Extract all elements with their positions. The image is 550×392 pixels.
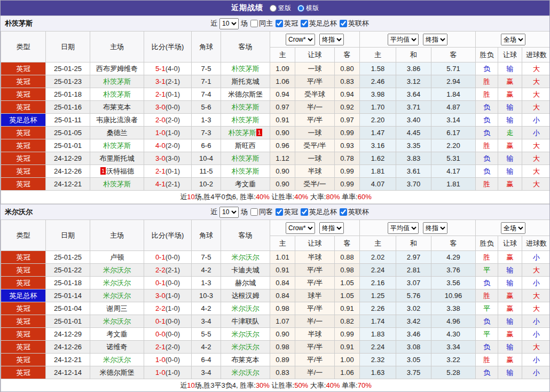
odds-source-select[interactable]: Crow*: [286, 222, 315, 234]
layout-radio-vertical[interactable]: 竖版: [270, 4, 291, 13]
odds-time-select[interactable]: 终指: [319, 34, 344, 45]
competition-checkbox-label[interactable]: 英冠: [275, 207, 298, 217]
recent-count-select[interactable]: 10: [219, 207, 239, 218]
match-row: 英冠25-01-01朴茨茅斯4-0(2-0)6-6斯旺西0.96受平/半0.93…: [1, 139, 550, 152]
avg-source-select[interactable]: 平均值: [388, 34, 419, 45]
competition-checkbox[interactable]: [340, 208, 347, 216]
odds-home: 0.91: [270, 264, 295, 277]
avg-home: 2.16: [360, 277, 396, 289]
recent-label: 近: [210, 19, 217, 28]
avg-away: 4.17: [431, 165, 476, 178]
odds-home: 0.96: [270, 139, 295, 152]
match-date: 25-01-04: [46, 302, 90, 315]
same-venue-checkbox[interactable]: [250, 208, 258, 216]
sub-col-header: 进球数: [522, 48, 550, 62]
avg-away: 3.22: [431, 354, 476, 366]
result-handicap: 输: [498, 62, 522, 75]
away-team: 达根汉姆: [221, 289, 270, 302]
competition-badge: 英足总杯: [1, 289, 46, 302]
avg-time-select[interactable]: 终指: [423, 34, 447, 45]
same-venue-checkbox[interactable]: [250, 20, 258, 27]
sub-col-header: 主: [270, 236, 295, 251]
score: 3-0(3-0): [144, 152, 192, 165]
competition-badge: 英冠: [1, 152, 46, 165]
avg-home: 3.98: [360, 88, 396, 101]
filter-controls: 近10场同主英冠英足总杯英联杯: [210, 18, 369, 29]
away-team: 米尔沃尔: [221, 341, 270, 354]
odds-time-select[interactable]: 终指: [319, 222, 344, 234]
odds-away: 1.05: [335, 289, 360, 302]
corners: 7-5: [192, 62, 221, 75]
score: 2-2(2-1): [144, 264, 192, 277]
avg-away: 2.94: [431, 75, 476, 88]
home-team: 米尔沃尔: [90, 354, 144, 366]
avg-home: 2.20: [360, 114, 396, 127]
score: 1-0(1-0): [144, 127, 192, 139]
same-venue-checkbox-label[interactable]: 同主: [250, 19, 273, 28]
recent-count-select[interactable]: 10: [219, 18, 239, 29]
match-row: 英冠24-12-29布里斯托城3-0(3-0)10-4朴茨茅斯1.12一球0.7…: [1, 152, 550, 165]
away-team: 米尔沃尔: [221, 302, 270, 315]
odds-handicap: 平/半: [295, 277, 335, 289]
scope-select[interactable]: 全场: [501, 222, 525, 234]
competition-checkbox-label[interactable]: 英足总杯: [300, 19, 337, 28]
odds-away: 0.78: [335, 152, 360, 165]
avg-draw: 3.40: [396, 114, 431, 127]
competition-checkbox-label[interactable]: 英联杯: [339, 19, 369, 28]
avg-source-select[interactable]: 平均值: [388, 222, 419, 234]
result-outcome: 胜: [476, 178, 498, 191]
result-outcome: 负: [476, 101, 498, 114]
competition-checkbox-label[interactable]: 英足总杯: [300, 207, 337, 217]
avg-home: 2.02: [360, 251, 396, 264]
same-venue-checkbox-label[interactable]: 同客: [250, 207, 273, 217]
home-team: 谢周三: [90, 302, 144, 315]
sub-col-header: 胜负: [476, 48, 498, 62]
avg-home: 1.62: [360, 152, 396, 165]
home-team: 1沃特福德: [90, 165, 144, 178]
score: 0-1(0-0): [144, 277, 192, 289]
avg-draw: 3.70: [396, 178, 431, 191]
result-handicap: 输: [498, 264, 522, 277]
horizontal-radio[interactable]: [297, 5, 304, 12]
match-date: 25-01-11: [46, 114, 90, 127]
competition-checkbox[interactable]: [301, 208, 308, 216]
result-outcome: 胜: [476, 289, 498, 302]
competition-checkbox[interactable]: [301, 20, 308, 27]
competition-badge: 英足总杯: [1, 114, 46, 127]
competition-checkbox-label[interactable]: 英冠: [275, 19, 298, 28]
title-bar: 近期战绩 竖版 横版: [1, 1, 549, 15]
odds-source-select[interactable]: Crow*: [286, 34, 315, 45]
odds-away: 0.98: [335, 264, 360, 277]
odds-handicap: 一球: [295, 62, 335, 75]
competition-checkbox[interactable]: [340, 20, 347, 27]
avg-home: 3.16: [360, 139, 396, 152]
match-row: 英足总杯25-01-11韦康比流浪者2-0(2-0)1-3朴茨茅斯0.91平/半…: [1, 114, 550, 127]
result-handicap: 赢: [498, 302, 522, 315]
competition-badge: 英冠: [1, 62, 46, 75]
result-handicap: 输: [498, 366, 522, 379]
odds-home: 0.97: [270, 101, 295, 114]
scope-select[interactable]: 全场: [501, 34, 525, 45]
sub-col-header: 客: [431, 48, 476, 62]
vertical-radio[interactable]: [270, 5, 277, 12]
competition-checkbox[interactable]: [276, 20, 283, 27]
layout-radio-horizontal[interactable]: 横版: [297, 4, 319, 13]
result-goals: 小: [522, 114, 550, 127]
away-team: 朴茨茅斯: [221, 101, 270, 114]
avg-draw: 3.61: [396, 165, 431, 178]
result-goals: 大: [522, 101, 550, 114]
sub-col-header: 客: [431, 236, 476, 251]
result-outcome: 负: [476, 127, 498, 139]
odds-home: 1.01: [270, 251, 295, 264]
avg-time-select[interactable]: 终指: [423, 222, 447, 234]
result-handicap: 赢: [498, 178, 522, 191]
odds-away: 1.05: [335, 277, 360, 289]
col-header: 主场: [90, 220, 144, 251]
col-header: 日期: [46, 32, 90, 62]
competition-checkbox[interactable]: [276, 208, 283, 216]
competition-checkbox-label[interactable]: 英联杯: [339, 207, 369, 217]
competition-badge: 英冠: [1, 101, 46, 114]
sub-col-header: 让球: [295, 48, 335, 62]
avg-away: 10.96: [431, 289, 476, 302]
corners: 3-4: [192, 315, 221, 328]
